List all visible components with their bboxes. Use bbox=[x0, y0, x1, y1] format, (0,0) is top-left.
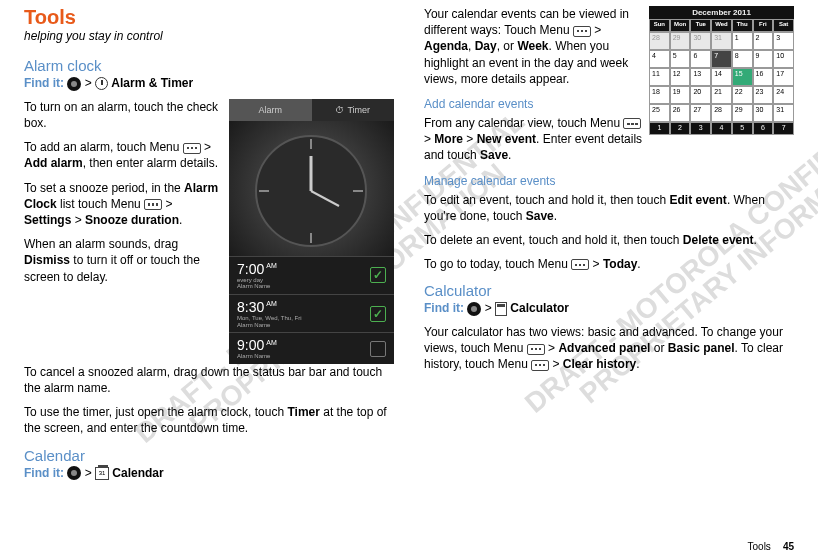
calculator-findit: Find it: > Calculator bbox=[424, 301, 794, 316]
calendar-cell[interactable]: 3 bbox=[690, 122, 711, 135]
alarm-p5: To cancel a snoozed alarm, drag down the… bbox=[24, 364, 394, 396]
calendar-cell[interactable]: 12 bbox=[670, 68, 691, 86]
tab-timer[interactable]: ⏱ Timer bbox=[312, 99, 395, 121]
alarm-mock: Alarm ⏱ Timer 7:00AMevery dayAlarm Name✓… bbox=[229, 99, 394, 364]
calendar-cell[interactable]: 29 bbox=[732, 104, 753, 122]
calendar-cell[interactable]: 26 bbox=[670, 104, 691, 122]
calendar-cell[interactable]: 6 bbox=[753, 122, 774, 135]
calendar-cell[interactable]: 4 bbox=[711, 122, 732, 135]
cal-p3: To edit an event, touch and hold it, the… bbox=[424, 192, 794, 224]
calendar-cell[interactable]: 22 bbox=[732, 86, 753, 104]
calendar-month: December 2011 bbox=[649, 6, 794, 19]
calendar-cell[interactable]: 27 bbox=[690, 104, 711, 122]
calendar-cell[interactable]: 17 bbox=[773, 68, 794, 86]
alarm-p6: To use the timer, just open the alarm cl… bbox=[24, 404, 394, 436]
menu-icon bbox=[183, 143, 201, 154]
calendar-cell[interactable]: 3 bbox=[773, 32, 794, 50]
calendar-dow: Sun bbox=[649, 19, 670, 32]
page-title: Tools bbox=[24, 6, 394, 29]
calendar-findit: Find it: > 31 Calendar bbox=[24, 466, 394, 481]
alarm-checkbox[interactable] bbox=[370, 341, 386, 357]
calendar-heading: Calendar bbox=[24, 447, 394, 464]
calendar-dow: Wed bbox=[711, 19, 732, 32]
menu-icon bbox=[623, 118, 641, 129]
calendar-cell[interactable]: 30 bbox=[753, 104, 774, 122]
cal-p5: To go to today, touch Menu > Today. bbox=[424, 256, 794, 272]
manage-events-heading: Manage calendar events bbox=[424, 174, 794, 188]
calendar-cell[interactable]: 30 bbox=[690, 32, 711, 50]
alarm-heading: Alarm clock bbox=[24, 57, 394, 74]
calendar-cell[interactable]: 8 bbox=[732, 50, 753, 68]
calendar-cell[interactable]: 2 bbox=[753, 32, 774, 50]
cal-p4: To delete an event, touch and hold it, t… bbox=[424, 232, 794, 248]
alarm-row[interactable]: 7:00AMevery dayAlarm Name✓ bbox=[229, 256, 394, 294]
calendar-cell[interactable]: 28 bbox=[649, 32, 670, 50]
calculator-icon bbox=[495, 302, 507, 316]
calendar-dow: Thu bbox=[732, 19, 753, 32]
calendar-cell[interactable]: 6 bbox=[690, 50, 711, 68]
tab-alarm[interactable]: Alarm bbox=[229, 99, 312, 121]
calendar-dow: Sat bbox=[773, 19, 794, 32]
calendar-cell[interactable]: 2 bbox=[670, 122, 691, 135]
calendar-cell[interactable]: 7 bbox=[711, 50, 732, 68]
calendar-cell[interactable]: 9 bbox=[753, 50, 774, 68]
launcher-icon bbox=[67, 77, 81, 91]
calendar-cell[interactable]: 11 bbox=[649, 68, 670, 86]
alarm-row[interactable]: 9:00AMAlarm Name bbox=[229, 332, 394, 364]
alarm-checkbox[interactable]: ✓ bbox=[370, 306, 386, 322]
calendar-icon: 31 bbox=[95, 467, 109, 480]
calendar-cell[interactable]: 21 bbox=[711, 86, 732, 104]
alarm-icon bbox=[95, 77, 108, 90]
calendar-cell[interactable]: 1 bbox=[732, 32, 753, 50]
alarm-findit: Find it: > Alarm & Timer bbox=[24, 76, 394, 91]
calendar-cell[interactable]: 1 bbox=[649, 122, 670, 135]
calendar-cell[interactable]: 13 bbox=[690, 68, 711, 86]
calendar-cell[interactable]: 4 bbox=[649, 50, 670, 68]
clock-face bbox=[229, 121, 394, 256]
launcher-icon bbox=[467, 302, 481, 316]
calendar-cell[interactable]: 14 bbox=[711, 68, 732, 86]
menu-icon bbox=[571, 259, 589, 270]
calendar-cell[interactable]: 5 bbox=[670, 50, 691, 68]
calendar-cell[interactable]: 28 bbox=[711, 104, 732, 122]
calendar-cell[interactable]: 29 bbox=[670, 32, 691, 50]
menu-icon bbox=[144, 199, 162, 210]
alarm-row[interactable]: 8:30AMMon, Tue, Wed, Thu, FriAlarm Name✓ bbox=[229, 294, 394, 332]
calendar-cell[interactable]: 5 bbox=[732, 122, 753, 135]
calendar-dow: Mon bbox=[670, 19, 691, 32]
calendar-cell[interactable]: 24 bbox=[773, 86, 794, 104]
calendar-cell[interactable]: 10 bbox=[773, 50, 794, 68]
calc-p1: Your calculator has two views: basic and… bbox=[424, 324, 794, 373]
calendar-cell[interactable]: 23 bbox=[753, 86, 774, 104]
calendar-cell[interactable]: 20 bbox=[690, 86, 711, 104]
page-footer: Tools45 bbox=[748, 541, 794, 552]
calculator-heading: Calculator bbox=[424, 282, 794, 299]
menu-icon bbox=[531, 360, 549, 371]
launcher-icon bbox=[67, 466, 81, 480]
calendar-cell[interactable]: 31 bbox=[711, 32, 732, 50]
menu-icon bbox=[527, 344, 545, 355]
calendar-cell[interactable]: 19 bbox=[670, 86, 691, 104]
calendar-cell[interactable]: 7 bbox=[773, 122, 794, 135]
page-subtitle: helping you stay in control bbox=[24, 29, 394, 43]
alarm-checkbox[interactable]: ✓ bbox=[370, 267, 386, 283]
calendar-cell[interactable]: 16 bbox=[753, 68, 774, 86]
calendar-dow: Tue bbox=[690, 19, 711, 32]
menu-icon bbox=[573, 26, 591, 37]
calendar-cell[interactable]: 18 bbox=[649, 86, 670, 104]
calendar-cell[interactable]: 15 bbox=[732, 68, 753, 86]
calendar-mock: December 2011 SunMonTueWedThuFriSat28293… bbox=[649, 6, 794, 135]
calendar-cell[interactable]: 25 bbox=[649, 104, 670, 122]
calendar-dow: Fri bbox=[753, 19, 774, 32]
calendar-cell[interactable]: 31 bbox=[773, 104, 794, 122]
